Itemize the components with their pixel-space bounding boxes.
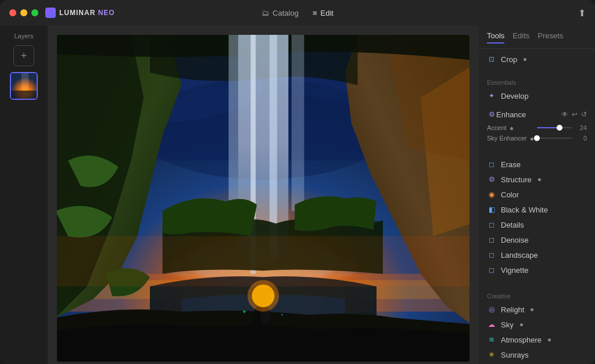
photo-waterfall (57, 35, 469, 362)
vignette-icon: ◻ (487, 265, 496, 275)
creative-section: Creative ◎ Relight ☁ Sky ≋ Atmosphere (479, 286, 595, 364)
accent-dot (510, 127, 513, 130)
sky-enhancer-slider-row: Sky Enhancer 0 (487, 135, 587, 142)
crop-dot (524, 58, 526, 61)
essentials-label: Essentials (487, 79, 587, 86)
tool-landscape[interactable]: ◻ Landscape (487, 247, 587, 262)
accent-slider[interactable] (537, 127, 572, 128)
sky-dot (520, 323, 523, 326)
accent-thumb[interactable] (557, 125, 562, 131)
tool-relight[interactable]: ◎ Relight (487, 302, 587, 317)
tool-denoise[interactable]: ◻ Denoise (487, 232, 587, 247)
tool-erase[interactable]: ◻ Erase (487, 157, 587, 172)
tool-details[interactable]: ◻ Details (487, 217, 587, 232)
tool-black-white[interactable]: ◧ Black & White (487, 202, 587, 217)
structure-dot (538, 178, 541, 181)
panel-tabs: Tools Edits Presets (479, 26, 595, 49)
close-button[interactable] (9, 9, 16, 16)
relight-dot (531, 308, 533, 311)
minimize-button[interactable] (20, 9, 27, 16)
tool-atmosphere[interactable]: ≋ Atmosphere (487, 332, 587, 347)
tool-vignette[interactable]: ◻ Vignette (487, 262, 587, 277)
logo-icon (45, 8, 56, 18)
sky-enhancer-dot (531, 138, 533, 140)
bw-icon: ◧ (487, 205, 496, 214)
tool-develop[interactable]: ✦ Develop (487, 88, 587, 103)
app-window: LUMINAR NEO 🗂 Catalog ≡ Edit ⬆ Layers + (0, 0, 595, 364)
canvas-area: 👁 15% ∨ Actions ∨ (48, 26, 479, 364)
slider-section: Accent 24 Sky Enhancer (479, 122, 595, 149)
export-icon[interactable]: ⬆ (578, 8, 586, 18)
add-layer-button[interactable]: + (13, 45, 34, 66)
left-sidebar: Layers + (0, 26, 48, 364)
nav-edit[interactable]: ≡ Edit (313, 9, 334, 17)
svg-point-27 (281, 314, 283, 316)
app-logo: LUMINAR NEO (45, 8, 115, 18)
svg-rect-23 (57, 236, 469, 287)
svg-rect-2 (11, 91, 38, 100)
develop-icon: ✦ (487, 91, 496, 100)
main-content: Layers + (0, 26, 595, 364)
catalog-icon: 🗂 (261, 9, 269, 17)
essentials-section: Essentials ✦ Develop (479, 72, 595, 107)
denoise-icon: ◻ (487, 235, 496, 244)
tab-presets[interactable]: Presets (537, 31, 563, 44)
photo-frame (57, 35, 469, 362)
details-icon: ◻ (487, 220, 496, 229)
title-center-nav: 🗂 Catalog ≡ Edit (261, 9, 334, 17)
layer-thumbnail[interactable] (10, 72, 38, 100)
tab-tools[interactable]: Tools (487, 31, 504, 44)
nav-catalog[interactable]: 🗂 Catalog (261, 9, 299, 17)
svg-rect-3 (21, 73, 28, 91)
landscape-icon: ◻ (487, 250, 496, 260)
edit-icon: ≡ (313, 9, 317, 17)
maximize-button[interactable] (31, 9, 38, 16)
crop-icon: ⊡ (487, 55, 496, 64)
right-panel: Tools Edits Presets ⊡ Crop Essentials (479, 26, 595, 364)
svg-point-26 (243, 311, 245, 313)
erase-icon: ◻ (487, 160, 496, 169)
tool-enhance[interactable]: ⚙ Enhance 👁 ↩ ↺ (479, 107, 595, 122)
title-right: ⬆ (578, 8, 586, 19)
tool-crop[interactable]: ⊡ Crop (479, 51, 595, 67)
creative-label: Creative (487, 293, 587, 300)
svg-rect-15 (292, 35, 304, 211)
photo-container (48, 26, 479, 364)
svg-rect-14 (228, 35, 238, 224)
enhance-reset-icon[interactable]: ↩ (572, 110, 578, 118)
enhance-action-icons: 👁 ↩ ↺ (561, 110, 587, 118)
title-bar: LUMINAR NEO 🗂 Catalog ≡ Edit ⬆ (0, 0, 595, 26)
atmosphere-dot (548, 338, 551, 341)
enhance-eye-icon[interactable]: 👁 (561, 110, 568, 118)
accent-slider-row: Accent 24 (487, 124, 587, 131)
sunrays-icon: ✳ (487, 350, 496, 359)
sky-enhancer-slider[interactable] (537, 138, 572, 139)
tab-edits[interactable]: Edits (512, 31, 529, 44)
color-icon: ◉ (487, 190, 496, 199)
tool-structure[interactable]: ⚙ Structure (487, 172, 587, 187)
svg-point-25 (248, 280, 279, 312)
app-name: LUMINAR NEO (59, 9, 115, 17)
atmosphere-icon: ≋ (487, 335, 496, 344)
traffic-lights (9, 9, 38, 16)
structure-icon: ⚙ (487, 175, 496, 184)
enhance-undo-icon[interactable]: ↺ (581, 110, 587, 118)
tool-sunrays[interactable]: ✳ Sunrays (487, 347, 587, 362)
enhance-icon: ⚙ (487, 110, 496, 119)
layers-label: Layers (14, 33, 33, 39)
relight-icon: ◎ (487, 305, 496, 314)
tools-section: ◻ Erase ⚙ Structure ◉ Color ◧ Black & Wh… (479, 153, 595, 281)
sky-enhancer-thumb[interactable] (534, 135, 540, 141)
tool-sky[interactable]: ☁ Sky (487, 317, 587, 332)
tool-color[interactable]: ◉ Color (487, 187, 587, 202)
sky-icon: ☁ (487, 320, 496, 329)
